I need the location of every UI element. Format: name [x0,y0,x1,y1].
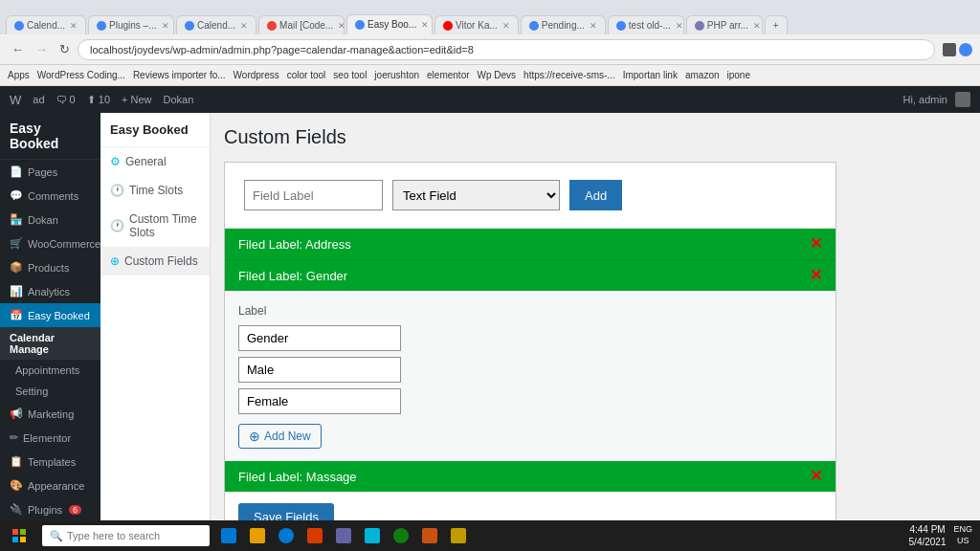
bookmark-seo[interactable]: seo tool [333,70,367,80]
browser-chrome: Calend... ✕ Plugins –... ✕ Calend... ✕ M… [0,0,980,34]
sidebar-item-easy-booked[interactable]: 📅 Easy Booked [0,303,100,327]
sidebar-item-elementor[interactable]: ✏ Elementor [0,426,100,450]
plugins-badge: 6 [69,505,81,515]
tab-php[interactable]: PHP arr... ✕ [686,15,763,34]
wp-comments-count[interactable]: 🗨 0 [56,94,76,105]
sidebar-subitem-setting[interactable]: Setting [0,381,100,402]
bookmark-wpdevs[interactable]: Wp Devs [478,70,517,80]
sidebar-item-marketing[interactable]: 📢 Marketing [0,402,100,426]
sidebar-logo: Easy Booked [0,113,100,160]
sidebar-item-products[interactable]: 📦 Products [0,255,100,279]
url-text: localhost/joydevs/wp-admin/admin.php?pag… [90,44,474,55]
field-row-address[interactable]: Filed Label: Address ✕ [225,228,835,259]
add-field-button[interactable]: Add [569,180,622,210]
sidebar-item-plugins[interactable]: 🔌 Plugins 6 [0,497,100,520]
bookmark-wordpress[interactable]: Wordpress [234,70,279,80]
label-heading: Label [238,304,822,318]
page-title: Custom Fields [224,126,967,148]
bookmark-sms[interactable]: https://receive-sms-... [523,70,615,80]
add-new-option-button[interactable]: ⊕ Add New [238,424,322,449]
url-bar[interactable]: localhost/joydevs/wp-admin/admin.php?pag… [78,39,935,60]
add-new-icon: ⊕ [249,429,260,444]
easy-booked-icon: 📅 [10,309,23,321]
tab-mail[interactable]: Mail [Code... ✕ [258,15,345,34]
sidebar-item-woocommerce[interactable]: 🛒 WooCommerce [0,231,100,255]
sidebar-subitem-appointments[interactable]: Appointments [0,360,100,381]
field-label-input[interactable] [244,180,383,210]
reload-button[interactable]: ↻ [56,40,74,58]
sub-sidebar-title: Easy Booked [100,113,210,147]
main-content: Custom Fields Text Field Dropdown Checkb… [211,113,980,520]
forward-button[interactable]: → [32,40,52,58]
plugins-icon: 🔌 [10,503,23,516]
wp-admin-link[interactable]: ad [33,94,44,105]
bookmarks-bar: Apps WordPress Coding... Reviews importe… [0,65,980,86]
gender-option-1[interactable] [238,325,401,351]
field-massage-delete[interactable]: ✕ [810,469,822,484]
add-field-row: Text Field Dropdown Checkbox Radio Texta… [225,163,835,228]
bookmark-elementor[interactable]: elementor [427,70,469,80]
dokan-icon: 🏪 [10,213,23,226]
sub-sidebar-general[interactable]: ⚙ General [100,147,210,176]
templates-icon: 📋 [10,455,23,468]
products-icon: 📦 [10,261,23,274]
sidebar-item-comments[interactable]: 💬 Comments [0,184,100,208]
tab-pending[interactable]: Pending... ✕ [521,15,606,34]
tab-calendar-1[interactable]: Calend... ✕ [6,15,86,34]
sub-sidebar-timeslots[interactable]: 🕐 Time Slots [100,176,210,205]
sidebar-item-analytics[interactable]: 📊 Analytics [0,279,100,303]
bookmark-importan[interactable]: Importan link [623,70,678,80]
tab-calendar-2[interactable]: Calend... ✕ [176,15,256,34]
field-type-select[interactable]: Text Field Dropdown Checkbox Radio Texta… [392,180,560,210]
field-row-massage[interactable]: Filed Label: Massage ✕ [225,461,835,492]
bookmark-color[interactable]: color tool [287,70,326,80]
field-gender-delete[interactable]: ✕ [810,268,822,283]
sidebar-item-appearance[interactable]: 🎨 Appearance [0,474,100,497]
field-row-gender[interactable]: Filed Label: Gender ✕ [225,259,835,291]
save-fields-row: Save Fields [225,492,835,520]
field-massage-label: Filed Label: Massage [238,470,357,484]
tab-plugins[interactable]: Plugins –... ✕ [88,15,174,34]
custom-timeslots-icon: 🕐 [110,219,124,232]
bookmark-amazon[interactable]: amazon [685,70,720,80]
field-address-delete[interactable]: ✕ [810,236,822,252]
comments-icon: 💬 [10,189,23,202]
wp-new-button[interactable]: + New [122,94,152,105]
general-icon: ⚙ [110,155,121,168]
sidebar: Easy Booked 📄 Pages 💬 Comments 🏪 Dokan 🛒… [0,113,100,520]
timeslots-icon: 🕐 [110,184,124,197]
bookmark-joe[interactable]: joerushton [374,70,419,80]
tab-new[interactable]: + [765,15,788,34]
elementor-icon: ✏ [10,431,18,444]
sidebar-group-calendar: Calendar Manage [0,327,100,360]
tab-test-old[interactable]: test old-... ✕ [608,15,684,34]
wp-logo-icon[interactable]: W [10,93,21,107]
browser-toolbar: ← → ↻ localhost/joydevs/wp-admin/admin.p… [0,34,980,65]
bookmark-apps[interactable]: Apps [8,70,30,80]
gender-option-3[interactable] [238,388,401,414]
custom-fields-icon: ⊕ [110,254,120,268]
wp-avatar[interactable] [955,92,970,107]
wp-updates-count[interactable]: ⬆ 10 [87,94,110,106]
back-button[interactable]: ← [8,40,28,58]
wp-hi-text: Hi, admin [903,94,947,105]
appearance-icon: 🎨 [10,479,23,492]
tab-easy-booked[interactable]: Easy Boo... ✕ [346,14,433,34]
bookmark-wp-coding[interactable]: WordPress Coding... [37,70,125,80]
sub-sidebar-custom-time-slots[interactable]: 🕐 Custom Time Slots [100,205,210,247]
sidebar-item-dokan[interactable]: 🏪 Dokan [0,208,100,231]
sub-sidebar-custom-fields[interactable]: ⊕ Custom Fields [100,247,210,276]
extensions-icon [943,43,956,56]
save-fields-button[interactable]: Save Fields [238,503,334,520]
tab-vitor[interactable]: Vitor Ka... ✕ [434,15,519,34]
pages-icon: 📄 [10,165,23,178]
sidebar-item-templates[interactable]: 📋 Templates [0,450,100,474]
sidebar-item-pages[interactable]: 📄 Pages [0,160,100,184]
field-address-label: Filed Label: Address [238,237,351,252]
gender-option-2[interactable] [238,357,401,383]
woocommerce-icon: 🛒 [10,237,23,250]
wp-dokan-link[interactable]: Dokan [164,94,194,105]
bookmark-reviews[interactable]: Reviews importer fo... [133,70,226,80]
bookmark-ipone[interactable]: ipone [727,70,750,80]
custom-fields-panel: Text Field Dropdown Checkbox Radio Texta… [224,162,836,520]
